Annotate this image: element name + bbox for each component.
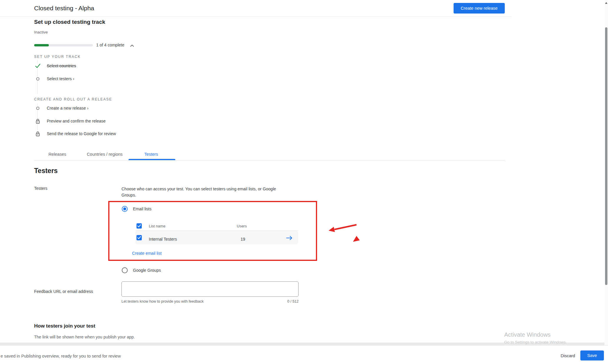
- tab-testers[interactable]: Testers: [144, 152, 158, 157]
- checklist-item-select-testers[interactable]: Select testers ›: [47, 76, 74, 81]
- email-lists-radio-label: Email lists: [133, 207, 151, 211]
- activate-windows-subtext: Go to Settings to activate Windows.: [504, 340, 567, 344]
- annotation-red-arrows: [322, 220, 365, 246]
- left-arrowhead: [329, 227, 335, 232]
- testers-description: Choose who can access your test. You can…: [121, 186, 288, 198]
- checklist-item-send-review: Send the release to Google for review: [47, 131, 116, 136]
- scrollbar-up-arrow[interactable]: [605, 2, 607, 4]
- collapse-section-button[interactable]: [130, 43, 134, 47]
- scrollbar-thumb[interactable]: [605, 27, 607, 285]
- email-lists-radio[interactable]: [122, 206, 128, 212]
- checklist-item-preview-release: Preview and confirm the release: [47, 119, 106, 123]
- save-button[interactable]: Save: [580, 350, 604, 360]
- checklist-item-create-release[interactable]: Create a new release ›: [47, 106, 89, 110]
- create-email-list-link[interactable]: Create email list: [132, 251, 161, 256]
- play-console-closed-testing-page: Closed testing - Alpha Create new releas…: [0, 0, 608, 364]
- tabs-divider: [34, 160, 505, 160]
- page-title: Closed testing - Alpha: [34, 5, 94, 12]
- column-header-list-name: List name: [149, 224, 165, 228]
- small-triangle-pointer: [353, 236, 360, 242]
- row-checkbox[interactable]: [136, 235, 142, 240]
- testers-field-label: Testers: [34, 186, 47, 191]
- discard-button[interactable]: Discard: [558, 352, 578, 360]
- column-header-users: Users: [237, 224, 247, 228]
- lock-icon: [35, 131, 40, 137]
- progress-label: 1 of 4 complete: [96, 43, 124, 47]
- open-list-arrow-button[interactable]: [286, 236, 293, 241]
- join-test-heading: How testers join your test: [34, 323, 95, 329]
- right-arrow-icon: [286, 236, 293, 240]
- check-icon: [35, 63, 41, 68]
- feedback-url-input[interactable]: [121, 281, 299, 297]
- tab-releases[interactable]: Releases: [49, 152, 66, 157]
- feedback-helper-text: Let testers know how to provide you with…: [121, 299, 204, 303]
- checklist-group-heading: SET UP YOUR TRACK: [34, 55, 81, 59]
- row-list-name: Internal Testers: [149, 237, 177, 241]
- select-all-checkbox[interactable]: [136, 223, 142, 229]
- checklist-group-heading: CREATE AND ROLL OUT A RELEASE: [34, 97, 112, 101]
- create-new-release-button[interactable]: Create new release: [454, 3, 505, 14]
- circle-icon: [36, 106, 40, 110]
- testers-section-heading: Testers: [34, 167, 58, 175]
- save-bar-status-text: e saved in Publishing overview, ready fo…: [1, 354, 121, 358]
- row-users-count: 19: [241, 237, 245, 241]
- setup-track-heading: Set up closed testing track: [34, 19, 105, 25]
- checklist-item-select-countries[interactable]: Select countries: [47, 63, 76, 68]
- character-counter: 0 / 512: [269, 299, 299, 303]
- page-header: Closed testing - Alpha: [0, 0, 511, 17]
- lock-icon: [35, 118, 40, 124]
- join-test-description: The link will be shown here when you pub…: [34, 335, 135, 339]
- chevron-up-icon: [130, 44, 134, 48]
- activate-windows-watermark: Activate Windows: [504, 331, 551, 338]
- tab-countries-regions[interactable]: Countries / regions: [87, 152, 123, 157]
- check-icon: [137, 224, 141, 227]
- circle-icon: [36, 77, 40, 81]
- feedback-field-label: Feedback URL or email address: [34, 289, 93, 294]
- google-groups-radio[interactable]: [122, 267, 128, 273]
- progress-fill: [34, 44, 49, 46]
- check-icon: [137, 236, 141, 239]
- google-groups-radio-label: Google Groups: [133, 268, 161, 273]
- track-status: Inactive: [34, 30, 48, 34]
- setup-progress-bar: [34, 44, 93, 46]
